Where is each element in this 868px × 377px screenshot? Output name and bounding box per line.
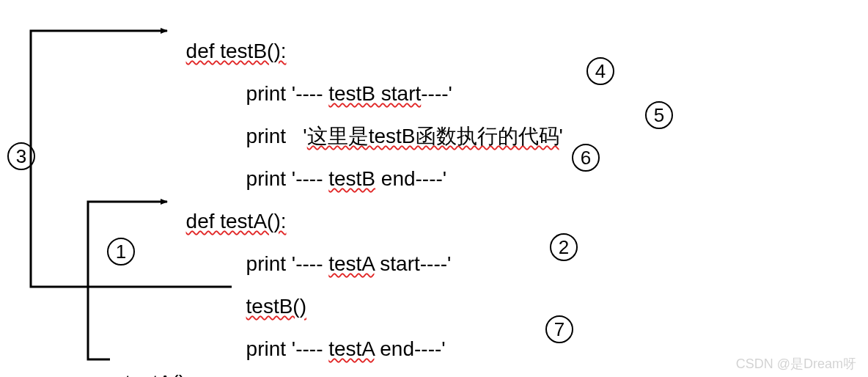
code-text: testB() (246, 295, 306, 318)
marker-7: 7 (545, 315, 573, 343)
code-text: testA (328, 337, 374, 360)
code-text: testB (328, 167, 375, 190)
code-text: 这里是testB函数执行的代码 (307, 125, 559, 147)
watermark: CSDN @是Dream呀 (736, 355, 856, 373)
marker-2: 2 (550, 233, 578, 261)
code-text: print '---- (246, 82, 329, 105)
code-text: testA() (125, 371, 185, 377)
code-text: print '---- (246, 252, 329, 275)
marker-label: 2 (559, 236, 569, 259)
watermark-text: CSDN @是Dream呀 (736, 356, 856, 371)
code-text: start----' (375, 252, 452, 275)
code-testa-def: def testA(): (174, 191, 287, 232)
marker-label: 4 (595, 60, 606, 83)
marker-label: 7 (554, 318, 564, 341)
code-text: print '---- (246, 167, 329, 190)
marker-label: 6 (581, 147, 591, 169)
code-text: print ' (246, 125, 307, 147)
marker-6: 6 (572, 144, 600, 172)
code-testa-line3: print '---- testA end----' (235, 318, 446, 359)
code-testb-def: def testB(): (174, 21, 287, 62)
marker-4: 4 (586, 57, 614, 85)
code-text: ----' (421, 82, 452, 105)
marker-label: 5 (654, 104, 664, 127)
code-text: end----' (375, 337, 446, 360)
code-testa-line1: print '---- testA start----' (235, 233, 451, 274)
code-testb-line2: print '这里是testB函数执行的代码' (235, 106, 563, 147)
arrow-1 (88, 202, 167, 359)
code-text: print '---- (246, 337, 329, 360)
marker-label: 3 (16, 145, 26, 168)
code-text: def testA(): (186, 210, 287, 233)
marker-3: 3 (7, 142, 35, 170)
marker-label: 1 (116, 241, 126, 263)
code-testa-line2: testB() (235, 276, 306, 317)
marker-5: 5 (645, 101, 673, 129)
code-text: end----' (375, 167, 446, 190)
code-text: ' (559, 125, 563, 147)
code-testb-line1: print '---- testB start----' (235, 63, 452, 104)
code-testb-line3: print '---- testB end----' (235, 148, 446, 189)
code-text: testA (328, 252, 374, 275)
marker-1: 1 (107, 238, 135, 266)
code-call-testa: testA() (114, 352, 185, 377)
code-text: testB start (328, 82, 421, 105)
code-text: def testB(): (186, 40, 287, 62)
